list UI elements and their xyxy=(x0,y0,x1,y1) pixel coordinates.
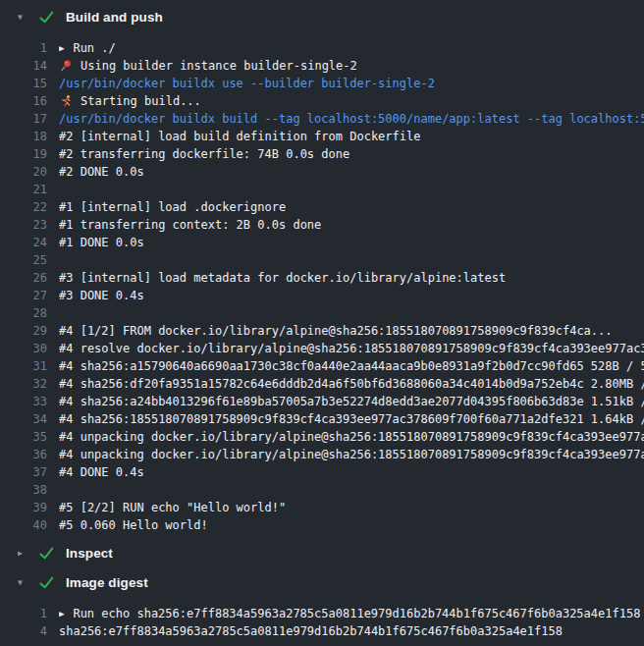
log-line: 38 xyxy=(0,481,644,499)
line-number[interactable]: 22 xyxy=(0,198,47,216)
log-text: sha256:e7ff8834a5963a2785c5a0811e979d16b… xyxy=(59,622,644,640)
log-line: 16Starting build... xyxy=(0,92,644,110)
log-text-content: #1 [internal] load .dockerignore xyxy=(59,198,286,216)
line-number[interactable]: 23 xyxy=(0,216,47,234)
log-text: #5 [2/2] RUN echo "Hello world!" xyxy=(59,499,644,516)
log-line: 1▶Run ./ xyxy=(0,39,644,57)
line-number[interactable]: 24 xyxy=(0,234,47,251)
log-text-content: #2 transferring dockerfile: 74B 0.0s don… xyxy=(59,145,349,163)
log-line: 1▶Run echo sha256:e7ff8834a5963a2785c5a0… xyxy=(0,605,644,622)
line-number[interactable]: 40 xyxy=(0,516,47,534)
log-line: 24#1 DONE 0.0s xyxy=(0,234,644,251)
log-line: 14Using builder instance builder-single-… xyxy=(0,57,644,75)
line-number[interactable]: 31 xyxy=(0,357,47,375)
line-number[interactable]: 20 xyxy=(0,163,47,181)
line-number[interactable]: 29 xyxy=(0,322,47,340)
log-line: 34#4 sha256:185518070891758909c9f839cf4c… xyxy=(0,410,644,428)
log-line: 31#4 sha256:a15790640a6690aa1730c38cf0a4… xyxy=(0,357,644,375)
line-number[interactable]: 28 xyxy=(0,304,47,322)
line-number[interactable]: 1 xyxy=(0,605,47,622)
log-text: #4 sha256:a15790640a6690aa1730c38cf0a440… xyxy=(59,357,644,375)
log-text-content: #4 sha256:185518070891758909c9f839cf4ca3… xyxy=(59,410,644,428)
line-number[interactable]: 17 xyxy=(0,110,47,128)
log-text: #4 sha256:185518070891758909c9f839cf4ca3… xyxy=(59,410,644,428)
section-header-build-and-push[interactable]: ▼Build and push xyxy=(0,7,644,27)
check-icon xyxy=(39,576,54,589)
log-text-content: /usr/bin/docker buildx use --builder bui… xyxy=(59,75,435,92)
runner-icon xyxy=(59,94,73,108)
log-line: 25 xyxy=(0,251,644,269)
log-text-content: #4 resolve docker.io/library/alpine@sha2… xyxy=(59,340,644,357)
log-text: #2 DONE 0.0s xyxy=(59,163,644,181)
log-text-content: /usr/bin/docker buildx build --tag local… xyxy=(59,110,644,128)
check-icon xyxy=(39,547,54,560)
log-text-content: #4 sha256:a24bb4013296f61e89ba57005a7b3e… xyxy=(59,393,644,410)
log-text: /usr/bin/docker buildx build --tag local… xyxy=(59,110,644,128)
log-text: #4 DONE 0.4s xyxy=(59,463,644,481)
line-number[interactable]: 35 xyxy=(0,428,47,446)
line-number[interactable]: 32 xyxy=(0,375,47,393)
log-text-content: Run ./ xyxy=(73,39,115,57)
log-text: #5 0.060 Hello world! xyxy=(59,516,644,534)
log-text-content: #4 sha256:a15790640a6690aa1730c38cf0a440… xyxy=(59,357,644,375)
log-line: 30#4 resolve docker.io/library/alpine@sh… xyxy=(0,340,644,357)
line-number[interactable]: 16 xyxy=(0,92,47,110)
line-number[interactable]: 4 xyxy=(0,622,47,640)
expand-icon[interactable]: ▶ xyxy=(59,605,64,622)
log-line: 15/usr/bin/docker buildx use --builder b… xyxy=(0,75,644,92)
line-number[interactable]: 33 xyxy=(0,393,47,410)
log-text: #2 [internal] load build definition from… xyxy=(59,128,644,145)
check-icon xyxy=(39,11,54,24)
line-number[interactable]: 21 xyxy=(0,181,47,198)
log-text-content: sha256:e7ff8834a5963a2785c5a0811e979d16b… xyxy=(59,622,563,640)
log-text-content: Run echo sha256:e7ff8834a5963a2785c5a081… xyxy=(73,605,640,622)
line-number[interactable]: 1 xyxy=(0,39,47,57)
log-section-image-digest: ▼Image digest1▶Run echo sha256:e7ff8834a… xyxy=(0,572,644,640)
chevron-right-icon[interactable]: ▶ xyxy=(18,543,29,564)
line-number[interactable]: 37 xyxy=(0,463,47,481)
section-title: Inspect xyxy=(66,546,113,561)
line-number[interactable]: 19 xyxy=(0,145,47,163)
expand-icon[interactable]: ▶ xyxy=(59,39,64,57)
log-text-content: Starting build... xyxy=(80,92,201,110)
section-log-lines: 1▶Run echo sha256:e7ff8834a5963a2785c5a0… xyxy=(0,605,644,640)
line-number[interactable]: 18 xyxy=(0,128,47,145)
log-line: 27#3 DONE 0.4s xyxy=(0,287,644,304)
log-text: #3 [internal] load metadata for docker.i… xyxy=(59,269,644,287)
line-number[interactable]: 39 xyxy=(0,499,47,516)
line-number[interactable]: 36 xyxy=(0,446,47,463)
log-line: 19#2 transferring dockerfile: 74B 0.0s d… xyxy=(0,145,644,163)
log-line: 40#5 0.060 Hello world! xyxy=(0,516,644,534)
log-text: #2 transferring dockerfile: 74B 0.0s don… xyxy=(59,145,644,163)
line-number[interactable]: 26 xyxy=(0,269,47,287)
log-text-content: #4 DONE 0.4s xyxy=(59,463,144,481)
log-text: #3 DONE 0.4s xyxy=(59,287,644,304)
line-number[interactable]: 27 xyxy=(0,287,47,304)
chevron-down-icon[interactable]: ▼ xyxy=(18,7,29,27)
log-text: #4 [1/2] FROM docker.io/library/alpine@s… xyxy=(59,322,644,340)
log-line: 39#5 [2/2] RUN echo "Hello world!" xyxy=(0,499,644,516)
line-number[interactable]: 38 xyxy=(0,481,47,499)
workflow-log-viewer: ▼Build and push1▶Run ./14Using builder i… xyxy=(0,0,644,640)
log-text xyxy=(59,481,644,499)
line-number[interactable]: 30 xyxy=(0,340,47,357)
log-text: #4 unpacking docker.io/library/alpine@sh… xyxy=(59,446,644,463)
log-line: 18#2 [internal] load build definition fr… xyxy=(0,128,644,145)
section-header-image-digest[interactable]: ▼Image digest xyxy=(0,572,644,593)
section-log-lines: 1▶Run ./14Using builder instance builder… xyxy=(0,39,644,534)
line-number[interactable]: 14 xyxy=(0,57,47,75)
line-number[interactable]: 15 xyxy=(0,75,47,92)
log-line: 26#3 [internal] load metadata for docker… xyxy=(0,269,644,287)
line-number[interactable]: 25 xyxy=(0,251,47,269)
log-text-content: #4 unpacking docker.io/library/alpine@sh… xyxy=(59,446,644,463)
log-text: #4 sha256:a24bb4013296f61e89ba57005a7b3e… xyxy=(59,393,644,410)
log-text: /usr/bin/docker buildx use --builder bui… xyxy=(59,75,644,92)
log-text: #1 transferring context: 2B 0.0s done xyxy=(59,216,644,234)
line-number[interactable]: 34 xyxy=(0,410,47,428)
chevron-down-icon[interactable]: ▼ xyxy=(18,572,29,593)
log-line: 35#4 unpacking docker.io/library/alpine@… xyxy=(0,428,644,446)
log-section-inspect: ▶Inspect xyxy=(0,543,644,564)
log-text: Starting build... xyxy=(59,92,644,110)
log-text: ▶Run ./ xyxy=(59,39,644,57)
section-header-inspect[interactable]: ▶Inspect xyxy=(0,543,644,564)
